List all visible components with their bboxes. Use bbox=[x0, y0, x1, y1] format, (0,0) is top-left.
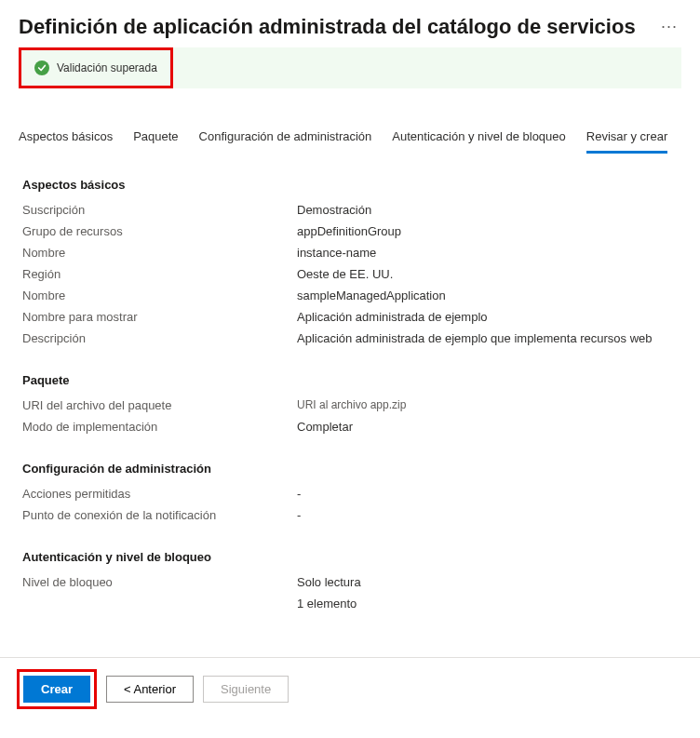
more-icon[interactable]: ··· bbox=[657, 13, 681, 40]
tab-package[interactable]: Paquete bbox=[133, 124, 178, 154]
row-notification-endpoint: Punto de conexión de la notificación - bbox=[22, 508, 678, 522]
tab-admin-config[interactable]: Configuración de administración bbox=[199, 124, 372, 154]
label: Descripción bbox=[22, 331, 297, 345]
value: appDefinitionGroup bbox=[297, 224, 678, 238]
value: Aplicación administrada de ejemplo que i… bbox=[297, 331, 678, 345]
row-package-uri: URI del archivo del paquete URI al archi… bbox=[22, 398, 678, 412]
page-title: Definición de aplicación administrada de… bbox=[19, 15, 636, 39]
label: Región bbox=[22, 267, 297, 281]
value: URI al archivo app.zip bbox=[297, 398, 678, 411]
value: Completar bbox=[297, 420, 678, 434]
label: URI del archivo del paquete bbox=[22, 398, 297, 412]
section-title-auth: Autenticación y nivel de bloqueo bbox=[22, 550, 678, 564]
row-deploy-mode: Modo de implementación Completar bbox=[22, 420, 678, 434]
row-lock-level: Nivel de bloqueo Solo lectura bbox=[22, 575, 678, 589]
label: Punto de conexión de la notificación bbox=[22, 508, 297, 522]
value: 1 elemento bbox=[297, 597, 678, 611]
label: Suscripción bbox=[22, 203, 297, 217]
section-admin: Configuración de administración Acciones… bbox=[22, 462, 678, 522]
row-description: Descripción Aplicación administrada de e… bbox=[22, 331, 678, 345]
value: Aplicación administrada de ejemplo bbox=[297, 310, 678, 324]
row-element-count: 1 elemento bbox=[22, 597, 678, 611]
check-circle-icon bbox=[34, 60, 49, 75]
tab-basics[interactable]: Aspectos básicos bbox=[19, 124, 113, 154]
value: Demostración bbox=[297, 203, 678, 217]
value: instance-name bbox=[297, 246, 678, 260]
value: Oeste de EE. UU. bbox=[297, 267, 678, 281]
row-allowed-actions: Acciones permitidas - bbox=[22, 487, 678, 501]
value: - bbox=[297, 487, 678, 501]
next-button: Siguiente bbox=[203, 676, 289, 703]
create-highlight: Crear bbox=[17, 669, 97, 709]
section-auth: Autenticación y nivel de bloqueo Nivel d… bbox=[22, 550, 678, 611]
label: Acciones permitidas bbox=[22, 487, 297, 501]
label: Modo de implementación bbox=[22, 420, 297, 434]
value: - bbox=[297, 508, 678, 522]
label: Nombre para mostrar bbox=[22, 310, 297, 324]
row-subscription: Suscripción Demostración bbox=[22, 203, 678, 217]
validation-text: Validación superada bbox=[57, 61, 157, 74]
tab-auth-lock[interactable]: Autenticación y nivel de bloqueo bbox=[392, 124, 565, 154]
value: Solo lectura bbox=[297, 575, 678, 589]
section-title-basics: Aspectos básicos bbox=[22, 178, 678, 192]
section-title-package: Paquete bbox=[22, 373, 678, 387]
validation-banner: Validación superada bbox=[21, 50, 170, 86]
row-display-name: Nombre para mostrar Aplicación administr… bbox=[22, 310, 678, 324]
footer: Crear < Anterior Siguiente bbox=[0, 657, 700, 720]
section-title-admin: Configuración de administración bbox=[22, 462, 678, 476]
row-region: Región Oeste de EE. UU. bbox=[22, 267, 678, 281]
label: Nombre bbox=[22, 246, 297, 260]
label: Grupo de recursos bbox=[22, 224, 297, 238]
row-name2: Nombre sampleManagedApplication bbox=[22, 288, 678, 302]
tabs: Aspectos básicos Paquete Configuración d… bbox=[0, 124, 700, 154]
value: sampleManagedApplication bbox=[297, 288, 678, 302]
row-name: Nombre instance-name bbox=[22, 246, 678, 260]
row-resource-group: Grupo de recursos appDefinitionGroup bbox=[22, 224, 678, 238]
label: Nombre bbox=[22, 288, 297, 302]
create-button[interactable]: Crear bbox=[23, 676, 90, 703]
label: Nivel de bloqueo bbox=[22, 575, 297, 589]
previous-button[interactable]: < Anterior bbox=[106, 676, 194, 703]
section-package: Paquete URI del archivo del paquete URI … bbox=[22, 373, 678, 434]
validation-highlight: Validación superada bbox=[19, 47, 173, 88]
section-basics: Aspectos básicos Suscripción Demostració… bbox=[22, 178, 678, 345]
tab-review-create[interactable]: Revisar y crear bbox=[586, 124, 667, 154]
